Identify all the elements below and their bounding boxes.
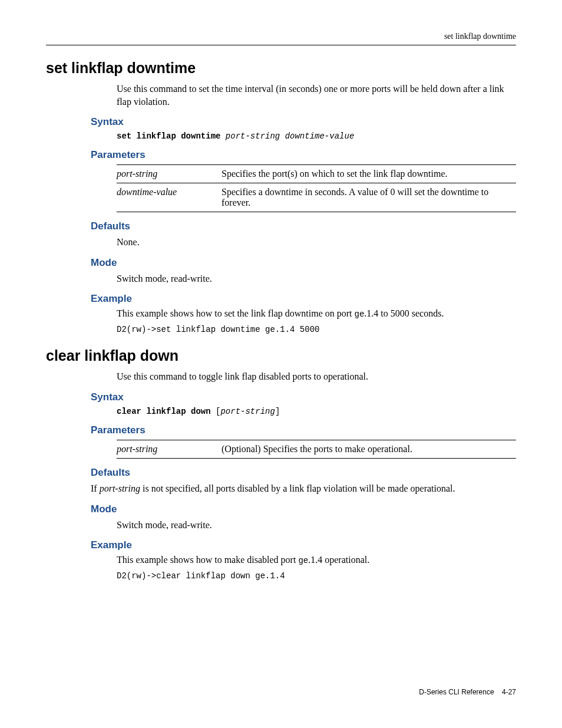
syntax-bracket-open: [ xyxy=(211,407,221,416)
mode-heading: Mode xyxy=(91,503,516,515)
example-intro-pre: This example shows how to make disabled … xyxy=(117,555,298,565)
example-heading: Example xyxy=(91,539,516,551)
footer-book: D-Series CLI Reference xyxy=(419,688,494,696)
mode-text: Switch mode, read-write. xyxy=(117,272,516,285)
param-name: downtime-value xyxy=(117,183,222,212)
defaults-heading: Defaults xyxy=(91,220,516,232)
section-title-set-linkflap-downtime: set linkflap downtime xyxy=(46,60,516,77)
page: set linkflap downtime set linkflap downt… xyxy=(0,0,562,728)
syntax-line: set linkflap downtime port-string downti… xyxy=(117,131,516,141)
example-command: D2(rw)->set linkflap downtime ge.1.4 500… xyxy=(117,325,516,334)
section-title-clear-linkflap-down: clear linkflap down xyxy=(46,347,516,364)
example-intro-post: .1.4 operational. xyxy=(308,555,369,565)
defaults-pre: If xyxy=(91,483,100,493)
param-desc: (Optional) Specifies the ports to make o… xyxy=(222,440,516,458)
example-intro-post: .1.4 to 5000 seconds. xyxy=(364,308,444,318)
table-row: downtime-value Specifies a downtime in s… xyxy=(117,183,516,212)
example-command: D2(rw)->clear linkflap down ge.1.4 xyxy=(117,571,516,581)
example-intro-code: ge xyxy=(355,309,365,319)
parameters-heading: Parameters xyxy=(91,424,516,436)
example-intro-code: ge xyxy=(298,556,308,565)
example-heading: Example xyxy=(91,293,516,305)
mode-heading: Mode xyxy=(91,257,516,269)
param-desc: Specifies the port(s) on which to set th… xyxy=(222,165,516,183)
syntax-bracket-close: ] xyxy=(275,407,280,416)
table-row: port-string Specifies the port(s) on whi… xyxy=(117,165,516,183)
syntax-heading: Syntax xyxy=(91,391,516,403)
example-intro-pre: This example shows how to set the link f… xyxy=(117,308,355,318)
defaults-heading: Defaults xyxy=(91,467,516,479)
parameters-table: port-string Specifies the port(s) on whi… xyxy=(117,164,516,212)
intro-text: Use this command to toggle link flap dis… xyxy=(117,370,516,383)
mode-text: Switch mode, read-write. xyxy=(117,519,516,532)
syntax-args: port-string downtime-value xyxy=(226,131,354,141)
param-name: port-string xyxy=(117,440,222,458)
param-desc: Specifies a downtime in seconds. A value… xyxy=(222,183,516,212)
defaults-emph: port-string xyxy=(100,483,140,493)
syntax-line: clear linkflap down [port-string] xyxy=(117,407,516,416)
example-intro: This example shows how to make disabled … xyxy=(117,555,516,565)
defaults-post: is not specified, all ports disabled by … xyxy=(140,483,455,493)
defaults-text: If port-string is not specified, all por… xyxy=(91,482,516,495)
defaults-text: None. xyxy=(117,236,516,249)
intro-text: Use this command to set the time interva… xyxy=(117,83,516,108)
table-row: port-string (Optional) Specifies the por… xyxy=(117,440,516,458)
page-footer: D-Series CLI Reference 4-27 xyxy=(419,688,516,696)
parameters-table: port-string (Optional) Specifies the por… xyxy=(117,440,516,459)
footer-page: 4-27 xyxy=(502,688,516,696)
parameters-heading: Parameters xyxy=(91,149,516,161)
syntax-args: port-string xyxy=(220,407,275,416)
example-intro: This example shows how to set the link f… xyxy=(117,308,516,319)
syntax-command: clear linkflap down xyxy=(117,407,211,416)
param-name: port-string xyxy=(117,165,222,183)
syntax-command: set linkflap downtime xyxy=(117,131,220,141)
syntax-heading: Syntax xyxy=(91,116,516,128)
running-header: set linkflap downtime xyxy=(46,32,516,45)
